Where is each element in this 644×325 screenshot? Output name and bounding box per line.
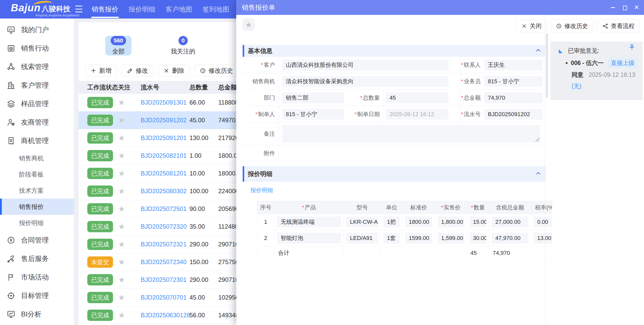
collapse-triangle-icon[interactable] [559,49,563,53]
flow-number-link[interactable]: BJD2025082101 [141,152,190,159]
field-input-业务员[interactable]: 815 - 甘小宁 [484,76,543,87]
favorite-cell[interactable]: ★ [118,258,141,266]
pin-icon[interactable] [629,44,635,51]
product-cell-input[interactable]: 1套 [383,233,400,244]
star-icon[interactable]: ★ [118,134,125,142]
field-input-部门[interactable]: 销售二部 [282,92,344,103]
scrollbar[interactable] [546,33,548,98]
flow-number-link[interactable]: BJD2025072320 [141,223,190,230]
flow-number-link[interactable]: BJD2025081201 [141,170,190,177]
field-input-制单人[interactable]: 815 - 甘小宁 [282,109,344,120]
filter-card-我关注的[interactable]: 0我关注的 [170,36,196,55]
section-quote-detail[interactable]: 报价明细 [243,166,546,182]
favorite-cell[interactable]: ★ [118,134,141,142]
favorite-cell[interactable]: ★ [118,187,141,195]
star-icon[interactable]: ★ [118,116,125,124]
favorite-cell[interactable]: ★ [118,152,141,160]
field-input-流水号[interactable]: BJD2025091202 [484,109,543,120]
nav-tab-报价明细[interactable]: 报价明细 [128,0,156,18]
favorite-cell[interactable]: ★ [118,311,141,319]
star-icon[interactable]: ★ [118,187,125,195]
sidebar-subitem-销售报价[interactable]: 销售报价 [0,199,74,215]
sidebar-item-target[interactable]: 目标管理 [0,286,74,305]
flow-number-link[interactable]: BJD2025091301 [141,99,190,106]
sidebar-item-leads[interactable]: 线索管理 [0,58,74,76]
star-icon[interactable]: ★ [118,293,125,302]
product-cell-input[interactable]: 13.00 [534,233,552,244]
sidebar-item-service[interactable]: 售后服务 [0,249,74,268]
field-input-总金额[interactable]: 74,970 [484,92,543,103]
flow-number-link[interactable]: BJD2025072340 [141,258,190,266]
sidebar-subitem-报价明细[interactable]: 报价明细 [0,215,74,231]
nav-tab-销售报价[interactable]: 销售报价 [91,0,119,18]
favorite-cell[interactable]: ★ [118,205,141,213]
star-icon[interactable]: ★ [118,275,125,284]
flow-number-link[interactable]: BJD2025070701 [141,294,190,301]
flow-number-link[interactable]: BJD2025072321 [141,241,190,248]
product-cell-input[interactable]: 1800.00 [405,217,432,227]
favorite-cell[interactable]: ★ [118,276,141,284]
product-cell-input[interactable]: 智能灯泡 [277,233,341,244]
field-input-销售商机[interactable]: 清众科技智能设备采购意向 [282,76,449,87]
star-icon[interactable]: ★ [118,169,125,178]
chevron-up-icon[interactable] [535,170,542,178]
favorite-cell[interactable]: ★ [118,294,141,302]
star-icon[interactable]: ★ [118,258,125,266]
field-input-客户[interactable]: 山西清众科技股份有限公司 [282,60,449,70]
product-cell-input[interactable]: 1,599.00 [438,233,464,244]
sidebar-item-contract[interactable]: 合同管理 [0,231,74,249]
查看流程-button[interactable]: 查看流程 [597,20,640,32]
favorite-cell[interactable]: ★ [118,116,141,124]
resize-grip-icon[interactable] [534,137,539,142]
filter-card-全部[interactable]: 560全部 [105,36,131,55]
remarks-textarea[interactable] [282,125,540,143]
sidebar-item-action[interactable]: 销售行动 [0,39,74,58]
新增-button[interactable]: 新增 [85,65,117,77]
product-cell-input[interactable]: LED/A91 [346,233,378,244]
star-icon[interactable]: ★ [118,151,125,160]
sidebar-item-customer[interactable]: 客户管理 [0,76,74,95]
修改历史-button[interactable]: 修改历史 [551,20,593,32]
star-icon[interactable]: ★ [118,240,125,248]
sidebar-item-market[interactable]: 市场活动 [0,268,74,286]
sidebar-item-portal[interactable]: 我的门户 [0,21,74,39]
修改-button[interactable]: 修改 [121,65,153,77]
star-icon[interactable]: ★ [118,98,125,107]
flow-number-link[interactable]: BJD2025080302 [141,188,190,195]
flow-number-link[interactable]: BJD2025072501 [141,205,190,212]
sidebar-item-opportunity[interactable]: 商机管理 [0,132,74,150]
sidebar-item-sample[interactable]: 样品管理 [0,95,74,113]
product-cell-input[interactable]: 无线测温终端 [277,217,341,227]
product-cell-input[interactable]: 27,000.00 [492,217,528,227]
sidebar-subitem-销售商机[interactable]: 销售商机 [0,150,74,166]
chevron-up-icon[interactable] [535,47,542,55]
product-cell-input[interactable]: 30.00 [469,233,486,244]
sidebar-subitem-技术方案[interactable]: 技术方案 [0,182,74,199]
approver-role-link[interactable]: 直接上级 [608,58,637,68]
sidebar-subitem-阶段看板[interactable]: 阶段看板 [0,166,74,182]
sidebar-item-partner[interactable]: 友商管理 [0,113,74,132]
minimize-icon[interactable] [610,5,616,10]
favorite-cell[interactable]: ★ [118,240,141,248]
sidebar-item-bi[interactable]: BI分析 [0,305,74,323]
product-cell-input[interactable]: LKR-CW-A2 [346,217,378,227]
maximize-icon[interactable] [622,5,628,10]
nav-tab-客户地图[interactable]: 客户地图 [165,0,193,18]
field-input-制单日期[interactable]: 2025-09-12 16:12 [386,109,448,120]
flow-number-link[interactable]: BJD2025072301 [141,276,190,283]
删除-button[interactable]: 删除 [158,65,190,77]
nav-tab-签到地图[interactable]: 签到地图 [202,0,230,18]
product-cell-input[interactable]: 15.00 [469,217,486,227]
close-icon[interactable]: ✕ [634,5,639,10]
product-cell-input[interactable]: 1,800.00 [438,217,464,227]
flow-number-link[interactable]: BJD2025091201 [141,134,190,142]
section-basic-info[interactable]: 基本信息 [243,45,546,57]
star-icon[interactable]: ★ [118,311,125,319]
favorite-cell[interactable]: ★ [118,223,141,231]
field-input-总数量[interactable]: 45 [386,92,448,103]
修改历史-button[interactable]: 修改历史 [194,65,239,77]
flow-number-link[interactable]: BJD20250630128 [141,312,190,319]
product-cell-input[interactable]: 47,970.00 [492,233,528,244]
favorite-cell[interactable]: ★ [118,99,141,107]
star-icon[interactable]: ★ [118,205,125,213]
